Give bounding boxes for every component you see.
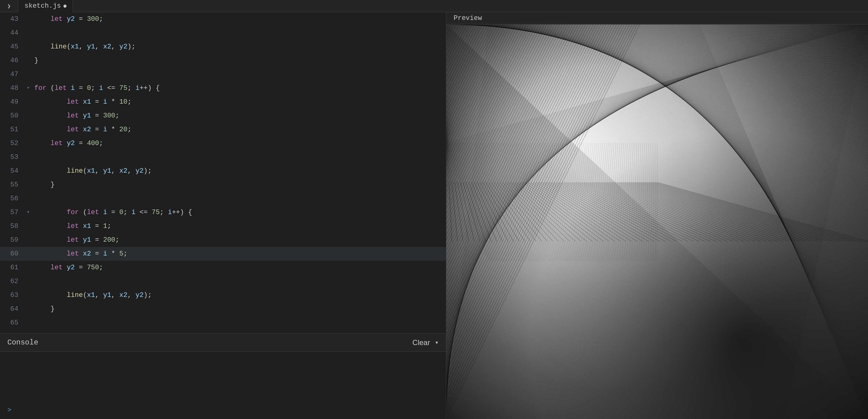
line-content: for (let i = 0; i <= 75; i++) { <box>32 206 446 219</box>
line-number: 46 <box>0 54 25 67</box>
line-number: 60 <box>0 247 25 261</box>
table-row: 56 <box>0 192 446 206</box>
table-row: 62 <box>0 274 446 288</box>
prompt-icon: > <box>7 407 11 414</box>
line-content: let x1 = 1; <box>32 219 446 233</box>
chevron-right-icon: ❯ <box>7 3 11 9</box>
table-row: 64 } <box>0 302 446 316</box>
preview-canvas-element <box>446 25 868 419</box>
line-number: 51 <box>0 123 25 137</box>
table-row: 59 let y1 = 200; <box>0 233 446 247</box>
line-content: let y1 = 300; <box>32 109 446 123</box>
line-number: 59 <box>0 233 25 247</box>
line-number: 55 <box>0 178 25 192</box>
preview-title: Preview <box>454 14 482 22</box>
table-row: 47 <box>0 67 446 81</box>
table-row: 53 <box>0 150 446 164</box>
table-row: 54 line(x1, y1, x2, y2); <box>0 164 446 178</box>
line-content: } <box>32 178 446 192</box>
line-content: let x2 = i * 20; <box>32 123 446 137</box>
table-row: 66 <box>0 330 446 333</box>
table-row: 44 <box>0 26 446 40</box>
line-number: 44 <box>0 26 25 40</box>
editor-panel: 43 let y2 = 300;4445 line(x1, y1, x2, y2… <box>0 12 446 419</box>
editor-tab[interactable]: sketch.js <box>19 0 73 12</box>
console-actions: Clear ▾ <box>412 338 439 347</box>
table-row: 65 <box>0 316 446 330</box>
line-number: 50 <box>0 109 25 123</box>
line-content: let x1 = i * 10; <box>32 95 446 109</box>
code-lines: 43 let y2 = 300;4445 line(x1, y1, x2, y2… <box>0 12 446 333</box>
line-number: 43 <box>0 12 25 26</box>
main-area: 43 let y2 = 300;4445 line(x1, y1, x2, y2… <box>0 12 868 419</box>
line-number: 47 <box>0 67 25 81</box>
modified-indicator <box>63 5 66 8</box>
line-content: line(x1, y1, x2, y2); <box>32 288 446 302</box>
table-row: 51 let x2 = i * 20; <box>0 123 446 137</box>
table-row: 60 let x2 = i * 5; <box>0 247 446 261</box>
line-number: 54 <box>0 164 25 178</box>
table-row: 45 line(x1, y1, x2, y2); <box>0 40 446 54</box>
tab-bar: ❯ sketch.js <box>0 0 868 12</box>
code-area[interactable]: 43 let y2 = 300;4445 line(x1, y1, x2, y2… <box>0 12 446 333</box>
line-number: 64 <box>0 302 25 316</box>
line-content: let y2 = 300; <box>32 12 446 26</box>
line-number: 66 <box>0 330 25 333</box>
line-number: 48 <box>0 81 25 95</box>
table-row: 50 let y1 = 300; <box>0 109 446 123</box>
line-number: 58 <box>0 219 25 233</box>
table-row: 58 let x1 = 1; <box>0 219 446 233</box>
line-number: 45 <box>0 40 25 54</box>
line-content: let y2 = 750; <box>32 261 446 274</box>
tab-filename: sketch.js <box>25 2 61 10</box>
line-content: } <box>32 54 446 67</box>
fold-indicator[interactable]: ▾ <box>25 81 32 95</box>
line-number: 63 <box>0 288 25 302</box>
table-row: 46} <box>0 54 446 67</box>
line-content: let y2 = 400; <box>32 137 446 150</box>
preview-header: Preview <box>446 12 868 25</box>
line-content: let y1 = 200; <box>32 233 446 247</box>
console-body: > <box>0 352 446 419</box>
line-number: 49 <box>0 95 25 109</box>
sidebar-toggle-button[interactable]: ❯ <box>0 0 19 12</box>
line-number: 65 <box>0 316 25 330</box>
fold-indicator[interactable]: ▾ <box>25 206 32 219</box>
line-number: 56 <box>0 192 25 206</box>
table-row: 61 let y2 = 750; <box>0 261 446 274</box>
table-row: 55 } <box>0 178 446 192</box>
console-header: Console Clear ▾ <box>0 333 446 352</box>
table-row: 48▾for (let i = 0; i <= 75; i++) { <box>0 81 446 95</box>
clear-button[interactable]: Clear <box>412 338 430 347</box>
line-number: 61 <box>0 261 25 274</box>
chevron-down-icon[interactable]: ▾ <box>435 339 439 346</box>
console-prompt[interactable]: > <box>7 407 439 414</box>
line-number: 52 <box>0 137 25 150</box>
line-content: } <box>32 302 446 316</box>
table-row: 43 let y2 = 300; <box>0 12 446 26</box>
line-number: 57 <box>0 206 25 219</box>
table-row: 49 let x1 = i * 10; <box>0 95 446 109</box>
line-number: 53 <box>0 150 25 164</box>
preview-panel: Preview <box>446 12 868 419</box>
table-row: 57▾ for (let i = 0; i <= 75; i++) { <box>0 206 446 219</box>
line-content: line(x1, y1, x2, y2); <box>32 40 446 54</box>
line-content: line(x1, y1, x2, y2); <box>32 164 446 178</box>
line-content: for (let i = 0; i <= 75; i++) { <box>32 81 446 95</box>
console-panel: Console Clear ▾ > <box>0 333 446 419</box>
line-content: let x2 = i * 5; <box>32 247 446 261</box>
table-row: 63 line(x1, y1, x2, y2); <box>0 288 446 302</box>
preview-canvas <box>446 25 868 419</box>
line-number: 62 <box>0 274 25 288</box>
console-title: Console <box>7 338 38 347</box>
table-row: 52 let y2 = 400; <box>0 137 446 150</box>
